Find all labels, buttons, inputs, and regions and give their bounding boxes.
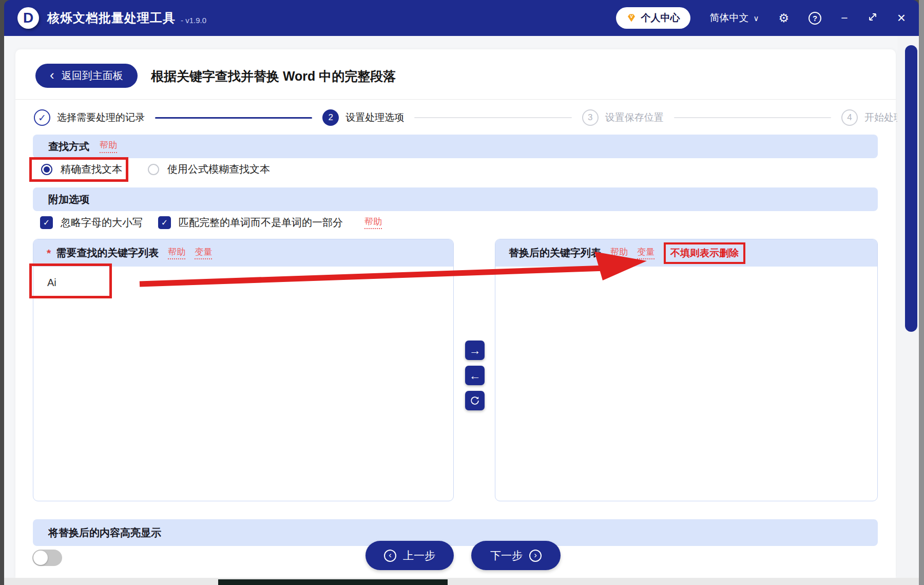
highlight-section-title: 将替换后的内容高亮显示: [48, 526, 161, 540]
required-asterisk: *: [47, 247, 51, 259]
checkbox-checked-icon: ✓: [40, 216, 53, 229]
prev-step-button[interactable]: ‹ 上一步: [365, 541, 454, 570]
header-divider: [15, 99, 896, 100]
step-2-set-options: 2 设置处理选项: [322, 109, 404, 126]
step-4-start-processing: 4 开始处理: [841, 109, 903, 126]
step-2-number: 2: [322, 109, 339, 126]
circle-chevron-left-icon: ‹: [384, 550, 396, 562]
circle-chevron-right-icon: ›: [529, 550, 542, 562]
app-version: - v1.9.0: [181, 16, 206, 25]
move-right-button[interactable]: →: [465, 341, 485, 360]
app-window: D 核烁文档批量处理工具 - v1.9.0 V 个人中心 简体中文 ∨ ⚙ ? …: [0, 0, 924, 585]
step-1-check-icon: ✓: [34, 109, 50, 126]
step-3-label: 设置保存位置: [605, 111, 664, 124]
step-1-label: 选择需要处理的记录: [57, 111, 145, 124]
window-bottom-edge: [4, 578, 919, 585]
step-4-number: 4: [841, 109, 858, 126]
prev-step-label: 上一步: [403, 549, 435, 563]
highlight-toggle[interactable]: [32, 550, 62, 566]
step-2-label: 设置处理选项: [345, 111, 404, 124]
find-keywords-textarea[interactable]: Ai: [33, 267, 453, 502]
stepper-connector-done: [155, 117, 312, 119]
radio-fuzzy-search[interactable]: 使用公式模糊查找文本: [148, 162, 270, 176]
close-icon[interactable]: ×: [897, 11, 906, 25]
main-content: ‹ 返回到主面板 根据关键字查找并替换 Word 中的完整段落 ✓ 选择需要处理…: [4, 36, 919, 578]
help-icon[interactable]: ?: [808, 12, 821, 25]
titlebar: D 核烁文档批量处理工具 - v1.9.0 V 个人中心 简体中文 ∨ ⚙ ? …: [4, 0, 919, 36]
highlight-section: 将替换后的内容高亮显示: [33, 519, 878, 546]
radio-fuzzy-search-label: 使用公式模糊查找文本: [167, 162, 270, 176]
taskbar-fragment: [218, 579, 448, 585]
language-label: 简体中文: [710, 11, 749, 25]
refresh-icon: [469, 395, 480, 406]
step-3-number: 3: [582, 109, 599, 126]
replace-keywords-title: 替换后的关键字列表: [509, 246, 601, 260]
back-chevron-icon: ‹: [50, 68, 54, 82]
step-3-save-location: 3 设置保存位置: [582, 109, 664, 126]
app-logo-icon: D: [17, 7, 39, 29]
language-selector[interactable]: 简体中文 ∨: [710, 11, 759, 25]
radio-unselected-icon: [148, 164, 159, 175]
annotation-box-delete-note: 不填则表示删除: [664, 242, 745, 264]
maximize-arrows-icon: [868, 12, 878, 22]
checkbox-checked-icon: ✓: [158, 216, 171, 229]
back-to-dashboard-button[interactable]: ‹ 返回到主面板: [35, 64, 138, 88]
extra-options-title: 附加选项: [48, 193, 89, 206]
settings-icon[interactable]: ⚙: [779, 12, 790, 24]
desktop-edge: [919, 0, 924, 585]
extra-options-checkboxes: ✓ 忽略字母的大小写 ✓ 匹配完整的单词而不是单词的一部分 帮助: [40, 216, 382, 230]
stepper-connector-pending: [414, 117, 571, 118]
maximize-icon[interactable]: [868, 12, 878, 24]
user-center-button[interactable]: V 个人中心: [616, 7, 690, 29]
next-step-label: 下一步: [490, 549, 523, 563]
find-keywords-help-link[interactable]: 帮助: [168, 247, 185, 259]
find-keywords-variable-link[interactable]: 变量: [195, 247, 212, 259]
find-keywords-title: 需要查找的关键字列表: [56, 246, 159, 260]
checkbox-whole-word[interactable]: ✓ 匹配完整的单词而不是单词的一部分: [158, 216, 343, 230]
search-mode-title: 查找方式: [48, 140, 89, 154]
user-center-label: 个人中心: [641, 11, 680, 25]
search-mode-section: 查找方式 帮助: [33, 135, 878, 158]
scrollbar-thumb[interactable]: [905, 45, 917, 332]
arrow-right-icon: →: [469, 344, 481, 357]
chevron-down-icon: ∨: [754, 14, 759, 23]
replace-keywords-header: 替换后的关键字列表 帮助 变量 不填则表示删除: [495, 239, 877, 267]
checkbox-whole-word-label: 匹配完整的单词而不是单词的一部分: [179, 216, 343, 230]
extra-options-help-link[interactable]: 帮助: [364, 216, 382, 229]
stepper-connector-pending: [674, 117, 831, 118]
app-title: 核烁文档批量处理工具: [47, 10, 176, 26]
search-mode-help-link[interactable]: 帮助: [100, 140, 117, 153]
extra-options-section: 附加选项: [33, 187, 878, 211]
swap-refresh-button[interactable]: [465, 391, 485, 410]
step-1-select-records: ✓ 选择需要处理的记录: [34, 109, 145, 126]
replace-keywords-variable-link[interactable]: 变量: [637, 247, 654, 259]
checkbox-ignore-case-label: 忽略字母的大小写: [61, 216, 143, 230]
page-title: 根据关键字查找并替换 Word 中的完整段落: [151, 68, 396, 85]
replace-keywords-help-link[interactable]: 帮助: [610, 247, 628, 259]
back-button-label: 返回到主面板: [62, 69, 123, 83]
svg-text:V: V: [630, 14, 633, 19]
checkbox-ignore-case[interactable]: ✓ 忽略字母的大小写: [40, 216, 143, 230]
transfer-buttons: → ←: [465, 341, 485, 410]
find-keywords-panel: * 需要查找的关键字列表 帮助 变量 Ai: [33, 239, 454, 501]
find-keywords-header: * 需要查找的关键字列表 帮助 变量: [33, 239, 453, 267]
wizard-stepper: ✓ 选择需要处理的记录 2 设置处理选项 3 设置保存位置 4 开始处理: [34, 108, 903, 127]
minimize-icon[interactable]: −: [841, 12, 848, 24]
radio-exact-search[interactable]: 精确查找文本: [41, 162, 122, 176]
toggle-knob: [33, 551, 48, 565]
radio-exact-search-label: 精确查找文本: [61, 162, 122, 176]
next-step-button[interactable]: 下一步 ›: [471, 541, 561, 570]
vip-gem-icon: V: [626, 13, 637, 23]
radio-selected-icon: [41, 164, 52, 175]
replace-keywords-textarea[interactable]: [495, 267, 877, 502]
replace-keywords-panel: 替换后的关键字列表 帮助 变量 不填则表示删除: [495, 239, 878, 501]
titlebar-actions: V 个人中心 简体中文 ∨ ⚙ ? − ×: [616, 7, 906, 29]
search-mode-options: 精确查找文本 使用公式模糊查找文本: [41, 162, 270, 176]
move-left-button[interactable]: ←: [465, 366, 485, 385]
arrow-left-icon: ←: [469, 369, 481, 383]
